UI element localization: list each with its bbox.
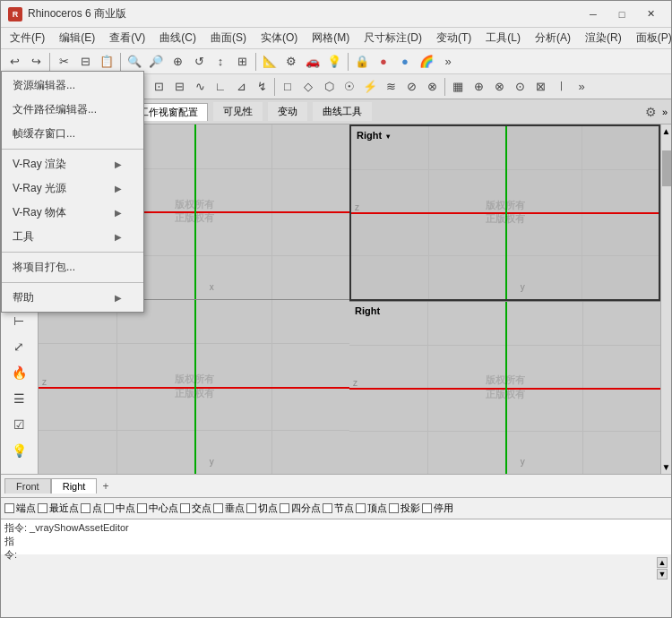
tb-color1[interactable]: ●: [374, 52, 393, 72]
snap-knot[interactable]: 节点: [323, 502, 354, 515]
tb-car[interactable]: 🚗: [303, 52, 323, 72]
menu-view[interactable]: 查看(V): [102, 29, 152, 48]
tb-pan[interactable]: ⊕: [168, 52, 187, 72]
tb-frame[interactable]: ⊞: [232, 52, 252, 72]
scroll-thumb[interactable]: [662, 150, 671, 186]
tb2-pipe[interactable]: 〡: [551, 77, 571, 97]
snap-midpoint-checkbox[interactable]: [104, 503, 114, 513]
tab-front[interactable]: Front: [4, 478, 51, 494]
snap-point-checkbox[interactable]: [81, 503, 90, 513]
tb2-sq[interactable]: ⊠: [530, 77, 550, 97]
snap-center-checkbox[interactable]: [137, 503, 147, 513]
tb-light[interactable]: 💡: [324, 52, 344, 72]
menu-help-item[interactable]: 帮助 ▶: [2, 286, 143, 310]
tabs-more[interactable]: »: [662, 107, 668, 117]
snap-intersect[interactable]: 交点: [180, 502, 211, 515]
tb2-bolt[interactable]: ↯: [252, 77, 271, 97]
snap-project-checkbox[interactable]: [389, 503, 399, 513]
tb-gradient[interactable]: 🌈: [417, 52, 436, 72]
snap-tangent[interactable]: 切点: [246, 502, 278, 515]
tb-redo[interactable]: ↪: [26, 52, 46, 72]
menu-surface[interactable]: 曲面(S): [203, 29, 254, 48]
gear-icon[interactable]: ⚙: [645, 105, 657, 119]
menu-panel[interactable]: 面板(P): [629, 29, 672, 48]
snap-intersect-checkbox[interactable]: [180, 503, 190, 513]
menu-filepath-editor[interactable]: 文件路径编辑器...: [2, 98, 143, 122]
scroll-up-btn[interactable]: ▲: [660, 124, 672, 138]
tb-cut[interactable]: ✂: [54, 52, 73, 72]
tb-rotate[interactable]: ↺: [189, 52, 209, 72]
menu-render[interactable]: 渲染(R): [578, 29, 629, 48]
snap-point[interactable]: 点: [81, 502, 102, 515]
snap-disable-checkbox[interactable]: [422, 503, 432, 513]
tb2-tri2[interactable]: ⊿: [231, 77, 251, 97]
menu-vray-lights[interactable]: V-Ray 光源 ▶: [2, 176, 143, 201]
view-tab-visibility[interactable]: 可见性: [213, 102, 263, 121]
menu-asset-editor[interactable]: 资源编辑器...: [2, 73, 143, 98]
tb2-add[interactable]: ⊕: [469, 77, 488, 97]
tb2-wave2[interactable]: ≋: [381, 77, 401, 97]
side-fire[interactable]: 🔥: [3, 360, 35, 385]
tb2-diamond[interactable]: ◇: [298, 77, 318, 97]
viewport-dropdown-arrow[interactable]: ▾: [386, 133, 390, 141]
snap-vertex[interactable]: 顶点: [356, 502, 387, 515]
menu-vray-render[interactable]: V-Ray 渲染 ▶: [2, 152, 143, 176]
tb-paste[interactable]: 📋: [97, 52, 116, 72]
tb2-sun[interactable]: ☉: [340, 77, 359, 97]
snap-tangent-checkbox[interactable]: [246, 503, 256, 513]
tb-undo[interactable]: ↩: [4, 52, 24, 72]
snap-nearest-checkbox[interactable]: [38, 503, 47, 513]
side-light[interactable]: 💡: [3, 438, 35, 463]
tb-color2[interactable]: ●: [395, 52, 415, 72]
snap-endpoint-checkbox[interactable]: [4, 503, 14, 513]
menu-tools[interactable]: 工具(L): [478, 29, 528, 48]
command-prompt-line[interactable]: 指令:: [4, 535, 668, 562]
tb-lock[interactable]: 🔒: [352, 52, 372, 72]
tb-copy[interactable]: ⊟: [75, 52, 95, 72]
maximize-button[interactable]: □: [608, 5, 635, 23]
tb-zoom-out[interactable]: 🔎: [146, 52, 166, 72]
menu-transform[interactable]: 变动(T): [429, 29, 478, 48]
snap-knot-checkbox[interactable]: [323, 503, 332, 513]
snap-quadrant-checkbox[interactable]: [280, 503, 289, 513]
menu-edit[interactable]: 编辑(E): [52, 29, 102, 48]
tb2-more[interactable]: »: [572, 77, 591, 97]
tab-add-button[interactable]: +: [97, 478, 114, 494]
tb2-box[interactable]: □: [278, 77, 297, 97]
tb2-rect[interactable]: ⊡: [149, 77, 168, 97]
tab-right[interactable]: Right: [51, 478, 98, 494]
snap-endpoint[interactable]: 端点: [4, 502, 36, 515]
close-button[interactable]: ✕: [637, 5, 664, 23]
tb2-dot[interactable]: ⊙: [510, 77, 530, 97]
viewport-right-bottom[interactable]: Right y z 版权所有正版权有: [349, 302, 660, 475]
snap-midpoint[interactable]: 中点: [104, 502, 135, 515]
snap-disable[interactable]: 停用: [422, 502, 453, 515]
command-input[interactable]: [30, 543, 668, 554]
menu-analyze[interactable]: 分析(A): [528, 29, 578, 48]
menu-solid[interactable]: 实体(O): [254, 29, 305, 48]
tb-zoom-in[interactable]: 🔍: [125, 52, 144, 72]
cmd-scroll-down[interactable]: ▼: [657, 569, 668, 579]
snap-perpendicular[interactable]: 垂点: [213, 502, 245, 515]
snap-center[interactable]: 中心点: [137, 502, 178, 515]
menu-pack-project[interactable]: 将项目打包...: [2, 255, 143, 279]
menu-vray-objects[interactable]: V-Ray 物体 ▶: [2, 201, 143, 225]
menu-frame-buffer[interactable]: 帧缓存窗口...: [2, 122, 143, 146]
tb-extents[interactable]: ↕: [211, 52, 230, 72]
side-transform[interactable]: ⤢: [3, 334, 35, 359]
view-tab-curve-tools[interactable]: 曲线工具: [313, 102, 372, 121]
tb2-elec[interactable]: ⚡: [360, 77, 380, 97]
menu-file[interactable]: 文件(F): [3, 29, 52, 48]
side-props[interactable]: ☑: [3, 412, 35, 437]
tb2-x[interactable]: ⊗: [422, 77, 442, 97]
minimize-button[interactable]: ─: [580, 5, 607, 23]
menu-dim[interactable]: 尺寸标注(D): [357, 29, 429, 48]
viewport-front-bottom[interactable]: Front y z 版权所有正版权有: [39, 300, 349, 475]
scroll-down-btn[interactable]: ▼: [660, 460, 672, 474]
menu-tools-item[interactable]: 工具 ▶: [2, 225, 143, 249]
tb-more[interactable]: »: [438, 52, 458, 72]
tb2-wave[interactable]: ∿: [190, 77, 210, 97]
tb2-hex[interactable]: ⬡: [319, 77, 339, 97]
side-layer[interactable]: ☰: [3, 386, 35, 411]
tb2-slash[interactable]: ⊘: [401, 77, 421, 97]
